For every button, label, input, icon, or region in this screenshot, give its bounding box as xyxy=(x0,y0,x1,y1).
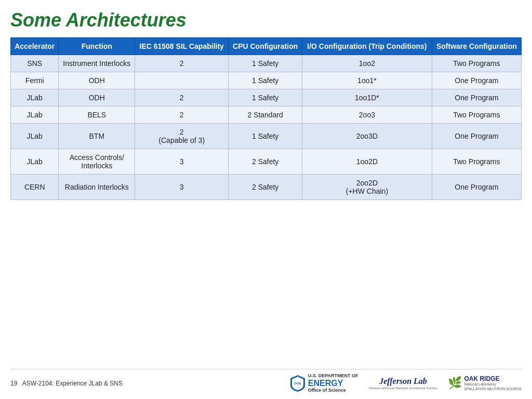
cell-4-1: BTM xyxy=(59,124,135,149)
doe-text-block: U.S. DEPARTMENT OF ENERGY Office of Scie… xyxy=(308,373,358,393)
cell-5-4: 1oo2D xyxy=(302,149,432,175)
slide-label: ASW-2104: Experience JLab & SNS xyxy=(22,380,123,387)
cell-1-4: 1oo1* xyxy=(302,72,432,89)
table-row: JLabODH21 Safety1oo1D*One Program xyxy=(11,89,522,107)
page-container: Some Architectures Accelerator Function … xyxy=(0,0,532,399)
cell-6-1: Radiation Interlocks xyxy=(59,175,135,200)
jlab-logo: Jefferson Lab Thomas Jefferson National … xyxy=(369,377,438,390)
footer: 19 ASW-2104: Experience JLab & SNS DOE U… xyxy=(10,369,522,394)
ornl-text-block: OAK RIDGE National Laboratory SPALLATION… xyxy=(464,375,522,391)
architectures-table: Accelerator Function IEC 61508 SIL Capab… xyxy=(10,37,522,200)
cell-3-2: 2 xyxy=(135,107,229,124)
cell-2-4: 1oo1D* xyxy=(302,89,432,107)
cell-0-1: Instrument Interlocks xyxy=(59,55,135,72)
table-row: JLabBELS22 Standard2oo3Two Programs xyxy=(11,107,522,124)
ornl-leaf-icon: 🌿 xyxy=(448,376,462,390)
cell-3-0: JLab xyxy=(11,107,59,124)
cell-4-2: 2(Capable of 3) xyxy=(135,124,229,149)
cell-2-3: 1 Safety xyxy=(229,89,302,107)
cell-5-1: Access Controls/Interlocks xyxy=(59,149,135,175)
cell-1-2 xyxy=(135,72,229,89)
cell-2-1: ODH xyxy=(59,89,135,107)
cell-3-3: 2 Standard xyxy=(229,107,302,124)
cell-4-4: 2oo3D xyxy=(302,124,432,149)
cell-0-0: SNS xyxy=(11,55,59,72)
cell-3-5: Two Programs xyxy=(432,107,521,124)
cell-0-5: Two Programs xyxy=(432,55,521,72)
cell-2-0: JLab xyxy=(11,89,59,107)
svg-text:DOE: DOE xyxy=(294,382,301,385)
cell-5-2: 3 xyxy=(135,149,229,175)
cell-1-3: 1 Safety xyxy=(229,72,302,89)
cell-1-5: One Program xyxy=(432,72,521,89)
cell-3-4: 2oo3 xyxy=(302,107,432,124)
col-header-io: I/O Configuration (Trip Conditions) xyxy=(302,38,432,55)
cell-5-3: 2 Safety xyxy=(229,149,302,175)
table-row: JLabBTM2(Capable of 3)1 Safety2oo3DOne P… xyxy=(11,124,522,149)
col-header-cpu: CPU Configuration xyxy=(229,38,302,55)
cell-4-5: One Program xyxy=(432,124,521,149)
cell-2-5: One Program xyxy=(432,89,521,107)
cell-6-3: 2 Safety xyxy=(229,175,302,200)
table-header-row: Accelerator Function IEC 61508 SIL Capab… xyxy=(11,38,522,55)
cell-4-0: JLab xyxy=(11,124,59,149)
cell-2-2: 2 xyxy=(135,89,229,107)
cell-0-3: 1 Safety xyxy=(229,55,302,72)
table-row: JLabAccess Controls/Interlocks32 Safety1… xyxy=(11,149,522,175)
cell-6-5: One Program xyxy=(432,175,521,200)
table-wrapper: Accelerator Function IEC 61508 SIL Capab… xyxy=(10,37,522,369)
doe-shield-icon: DOE xyxy=(289,374,306,393)
jlab-name: Jefferson Lab xyxy=(379,377,427,386)
jlab-subtitle: Thomas Jefferson National Accelerator Fa… xyxy=(369,386,438,390)
ornl-sub1: National Laboratory xyxy=(464,382,522,387)
footer-logos: DOE U.S. DEPARTMENT OF ENERGY Office of … xyxy=(289,373,522,393)
table-row: SNSInstrument Interlocks21 Safety1oo2Two… xyxy=(11,55,522,72)
cell-6-4: 2oo2D(+HW Chain) xyxy=(302,175,432,200)
col-header-sil: IEC 61508 SIL Capability xyxy=(135,38,229,55)
cell-5-5: Two Programs xyxy=(432,149,521,175)
col-header-function: Function xyxy=(59,38,135,55)
doe-logo: DOE U.S. DEPARTMENT OF ENERGY Office of … xyxy=(289,373,358,393)
cell-5-0: JLab xyxy=(11,149,59,175)
cell-6-2: 3 xyxy=(135,175,229,200)
ornl-logo: 🌿 OAK RIDGE National Laboratory SPALLATI… xyxy=(448,375,522,391)
table-row: FermiODH1 Safety1oo1*One Program xyxy=(11,72,522,89)
cell-6-0: CERN xyxy=(11,175,59,200)
table-row: CERNRadiation Interlocks32 Safety2oo2D(+… xyxy=(11,175,522,200)
slide-number: 19 xyxy=(10,380,17,387)
cell-4-3: 1 Safety xyxy=(229,124,302,149)
cell-0-4: 1oo2 xyxy=(302,55,432,72)
cell-1-1: ODH xyxy=(59,72,135,89)
footer-slide-info: 19 ASW-2104: Experience JLab & SNS xyxy=(10,380,123,387)
cell-1-0: Fermi xyxy=(11,72,59,89)
ornl-sub2: SPALLATION NEUTRON SOURCE xyxy=(464,387,522,391)
ornl-name: OAK RIDGE xyxy=(464,375,522,382)
page-title: Some Architectures xyxy=(10,9,522,31)
cell-3-1: BELS xyxy=(59,107,135,124)
col-header-software: Software Configuration xyxy=(432,38,521,55)
cell-0-2: 2 xyxy=(135,55,229,72)
col-header-accelerator: Accelerator xyxy=(11,38,59,55)
